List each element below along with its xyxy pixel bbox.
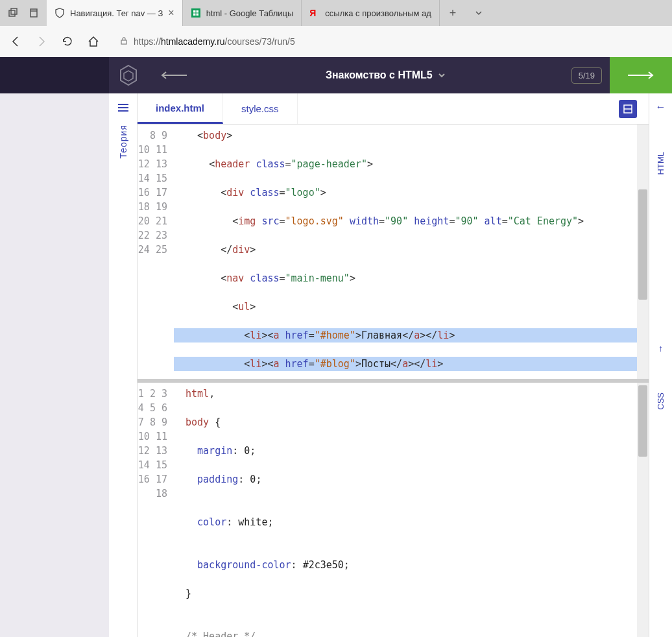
file-tab-index[interactable]: index.html: [138, 93, 223, 124]
browser-chrome: Навигация. Тег nav — З × html - Google Т…: [0, 0, 672, 57]
tab-title: ссылка с произвольным ад: [325, 8, 431, 18]
collapse-arrow-icon[interactable]: ←: [656, 101, 666, 113]
svg-rect-8: [121, 40, 126, 44]
css-scrollbar[interactable]: [637, 383, 649, 637]
progress-badge: 5/19: [571, 67, 602, 84]
css-editor-pane: 1 2 3 4 5 6 7 8 9 10 11 12 13 14 15 16 1…: [138, 383, 649, 637]
app-header: Знакомство с HTML5 5/19: [0, 57, 672, 93]
forward-button[interactable]: [34, 34, 49, 49]
window-cascade-icon[interactable]: [5, 5, 21, 21]
browser-toolbar: https://htmlacademy.ru/courses/73/run/5: [0, 26, 672, 57]
window-controls: [0, 5, 47, 21]
url-text: https://htmlacademy.ru/courses/73/run/5: [134, 36, 295, 47]
css-gutter: 1 2 3 4 5 6 7 8 9 10 11 12 13 14 15 16 1…: [138, 383, 174, 637]
html-gutter: 8 9 10 11 12 13 14 15 16 17 18 19 20 21 …: [138, 125, 174, 379]
lock-icon: [119, 36, 128, 47]
browser-tab-1[interactable]: html - Google Таблицы: [183, 0, 302, 26]
html-code[interactable]: <body> <header class="page-header"> <div…: [174, 125, 637, 379]
yandex-icon: Я: [309, 8, 320, 18]
svg-rect-2: [30, 9, 37, 17]
course-title[interactable]: Знакомство с HTML5: [200, 69, 571, 81]
tab-title: Навигация. Тег nav — З: [70, 8, 163, 18]
left-rail: Теория: [109, 93, 138, 637]
tab-strip: Навигация. Тег nav — З × html - Google Т…: [0, 0, 672, 26]
tab-title: html - Google Таблицы: [206, 8, 294, 18]
css-code[interactable]: html, body { margin: 0; padding: 0; colo…: [174, 383, 637, 637]
logo-icon[interactable]: [109, 57, 148, 93]
refresh-button[interactable]: [60, 34, 75, 49]
file-tabs: index.html style.css: [138, 93, 649, 125]
browser-tab-2[interactable]: Я ссылка с произвольным ад: [302, 0, 440, 26]
expand-arrow-icon[interactable]: ↑: [658, 343, 663, 354]
svg-rect-1: [11, 8, 17, 14]
tab-chevron-icon[interactable]: [466, 8, 492, 18]
css-panel-tab[interactable]: CSS: [656, 392, 666, 410]
editor-panes: 8 9 10 11 12 13 14 15 16 17 18 19 20 21 …: [138, 125, 649, 637]
home-button[interactable]: [86, 34, 101, 49]
editor-area: index.html style.css 8 9 10 11 12 13 14 …: [138, 93, 649, 637]
browser-tab-0[interactable]: Навигация. Тег nav — З ×: [47, 0, 183, 26]
right-rail: ← HTML ↑ CSS: [649, 93, 672, 637]
header-back-button[interactable]: [148, 71, 200, 80]
window-pin-icon[interactable]: [26, 5, 42, 21]
html-editor-pane: 8 9 10 11 12 13 14 15 16 17 18 19 20 21 …: [138, 125, 649, 383]
menu-icon[interactable]: [117, 101, 130, 114]
layout-toggle-button[interactable]: [619, 100, 637, 118]
shield-icon: [54, 8, 65, 18]
back-button[interactable]: [8, 34, 23, 49]
workspace: Теория index.html style.css 8 9 10 11 12…: [0, 93, 672, 637]
header-next-button[interactable]: [610, 57, 672, 93]
url-bar[interactable]: https://htmlacademy.ru/courses/73/run/5: [112, 31, 664, 52]
file-tab-style[interactable]: style.css: [223, 93, 298, 124]
sheets-icon: [191, 8, 201, 18]
theory-tab[interactable]: Теория: [118, 125, 128, 159]
svg-rect-0: [9, 10, 15, 16]
new-tab-button[interactable]: +: [440, 6, 466, 20]
chevron-down-icon: [438, 71, 446, 79]
html-scrollbar[interactable]: [637, 125, 649, 379]
close-icon[interactable]: ×: [168, 7, 174, 19]
html-panel-tab[interactable]: HTML: [656, 152, 666, 174]
